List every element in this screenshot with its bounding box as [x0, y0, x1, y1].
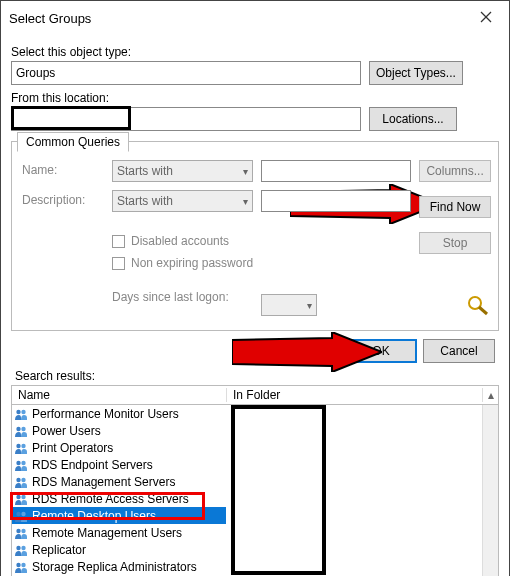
non-expiring-pwd-checkbox[interactable]	[112, 257, 125, 270]
list-item[interactable]: RDS Remote Access Servers	[12, 490, 226, 507]
list-item[interactable]: Performance Monitor Users	[12, 405, 226, 422]
list-item[interactable]: Print Operators	[12, 439, 226, 456]
list-item-label: RDS Management Servers	[32, 475, 175, 489]
redaction-box-folder	[231, 405, 326, 575]
svg-point-20	[16, 545, 20, 549]
list-item-label: Print Operators	[32, 441, 113, 455]
object-types-button[interactable]: Object Types...	[369, 61, 463, 85]
group-icon	[14, 526, 28, 540]
list-item[interactable]: Replicator	[12, 541, 226, 558]
chevron-down-icon: ▾	[243, 196, 248, 207]
svg-point-6	[16, 426, 20, 430]
group-icon	[14, 560, 28, 574]
group-icon	[14, 475, 28, 489]
common-queries-tab[interactable]: Common Queries	[17, 132, 129, 152]
find-now-button[interactable]: Find Now	[419, 196, 491, 218]
group-icon	[14, 424, 28, 438]
columns-button[interactable]: Columns...	[419, 160, 491, 182]
svg-point-12	[16, 477, 20, 481]
name-filter-input[interactable]	[261, 160, 411, 182]
disabled-accounts-label: Disabled accounts	[131, 234, 229, 248]
list-item[interactable]: RDS Endpoint Servers	[12, 456, 226, 473]
redaction-box-location	[11, 106, 131, 130]
svg-point-5	[21, 409, 25, 413]
svg-point-10	[16, 460, 20, 464]
svg-point-21	[21, 545, 25, 549]
svg-point-16	[16, 511, 20, 515]
list-item-label: Replicator	[32, 543, 86, 557]
magnifier-icon	[465, 294, 491, 316]
list-item-label: Remote Management Users	[32, 526, 182, 540]
svg-point-13	[21, 477, 25, 481]
list-item[interactable]: Remote Management Users	[12, 524, 226, 541]
dialog-title: Select Groups	[9, 11, 91, 26]
group-icon	[14, 492, 28, 506]
query-desc-label: Description:	[22, 193, 104, 207]
group-icon	[14, 407, 28, 421]
list-item-label: Remote Desktop Users	[32, 509, 156, 523]
svg-point-4	[16, 409, 20, 413]
svg-point-19	[21, 528, 25, 532]
column-header-name[interactable]: Name	[12, 388, 227, 402]
scrollbar[interactable]	[482, 405, 498, 576]
chevron-down-icon: ▾	[307, 300, 312, 311]
query-name-label: Name:	[22, 163, 104, 177]
svg-point-8	[16, 443, 20, 447]
column-header-in-folder[interactable]: In Folder	[227, 388, 482, 402]
desc-match-dropdown[interactable]: Starts with▾	[112, 190, 253, 212]
svg-point-23	[21, 562, 25, 566]
object-type-label: Select this object type:	[11, 45, 499, 59]
object-type-input[interactable]	[11, 61, 361, 85]
svg-line-3	[479, 307, 487, 314]
svg-point-11	[21, 460, 25, 464]
group-icon	[14, 543, 28, 557]
list-item-label: Storage Replica Administrators	[32, 560, 197, 574]
days-dropdown[interactable]: ▾	[261, 294, 317, 316]
stop-button[interactable]: Stop	[419, 232, 491, 254]
days-last-logon-label: Days since last logon:	[112, 290, 253, 304]
list-item[interactable]: Storage Replica Administrators	[12, 558, 226, 575]
close-button[interactable]	[471, 7, 501, 29]
locations-button[interactable]: Locations...	[369, 107, 457, 131]
close-icon	[480, 11, 492, 23]
chevron-down-icon: ▾	[243, 166, 248, 177]
non-expiring-pwd-label: Non expiring password	[131, 256, 253, 270]
list-item[interactable]: RDS Management Servers	[12, 473, 226, 490]
list-item[interactable]: Remote Desktop Users	[12, 507, 226, 524]
group-icon	[14, 458, 28, 472]
list-item-label: Performance Monitor Users	[32, 407, 179, 421]
svg-point-15	[21, 494, 25, 498]
svg-point-9	[21, 443, 25, 447]
desc-filter-input[interactable]	[261, 190, 411, 212]
location-label: From this location:	[11, 91, 499, 105]
svg-point-22	[16, 562, 20, 566]
svg-point-17	[21, 511, 25, 515]
svg-point-7	[21, 426, 25, 430]
scroll-up-icon[interactable]: ▴	[482, 388, 498, 402]
ok-button[interactable]: OK	[345, 339, 417, 363]
svg-point-18	[16, 528, 20, 532]
list-item-label: RDS Endpoint Servers	[32, 458, 153, 472]
list-item[interactable]: Power Users	[12, 422, 226, 439]
group-icon	[14, 509, 28, 523]
list-item-label: RDS Remote Access Servers	[32, 492, 189, 506]
svg-point-14	[16, 494, 20, 498]
disabled-accounts-checkbox[interactable]	[112, 235, 125, 248]
search-results-label: Search results:	[15, 369, 499, 383]
group-icon	[14, 441, 28, 455]
list-item-label: Power Users	[32, 424, 101, 438]
name-match-dropdown[interactable]: Starts with▾	[112, 160, 253, 182]
cancel-button[interactable]: Cancel	[423, 339, 495, 363]
